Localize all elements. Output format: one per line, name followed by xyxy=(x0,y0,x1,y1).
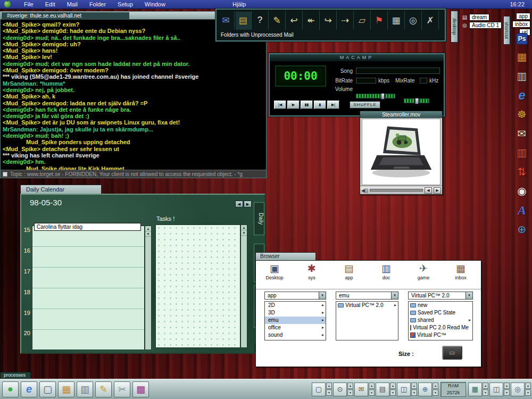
helm-icon[interactable]: ☸ xyxy=(514,107,529,121)
tasks-scrollbar[interactable]: ▲ ▼ xyxy=(240,225,247,348)
play-button[interactable]: ▶ xyxy=(287,101,300,109)
calendar-view-tab[interactable]: Daily xyxy=(254,202,264,235)
schedule-entry[interactable]: Carolina flyttar idag xyxy=(34,223,141,231)
place-app[interactable]: ▤ app xyxy=(330,262,368,280)
trash-icon[interactable]: ✗ xyxy=(422,11,439,30)
audio-cd-shade[interactable]: ◎ Audio CD 1 xyxy=(462,22,502,29)
chevron-down-icon[interactable]: ▼ xyxy=(391,292,398,299)
browser-window-tab[interactable]: Browser xyxy=(255,252,316,260)
stamp-icon[interactable]: ✎ xyxy=(95,381,112,397)
apple-menu-icon[interactable] xyxy=(4,1,11,7)
scroll-down-icon[interactable]: ▼ xyxy=(145,231,151,237)
spinner-arrows[interactable]: ▲▼ xyxy=(504,383,510,396)
place-sys[interactable]: ✱ sys xyxy=(293,262,330,280)
menu-item[interactable]: Setup xyxy=(112,0,139,9)
tools-icon[interactable]: ✂ xyxy=(114,381,130,397)
dream-window-shade[interactable]: ▤ dream xyxy=(462,14,489,21)
eye-icon[interactable]: ◉ xyxy=(514,184,529,198)
pause-button[interactable]: ▮▮ xyxy=(301,101,313,109)
spinner-arrows[interactable]: ▲▼ xyxy=(483,383,488,396)
balance-knob[interactable] xyxy=(415,98,419,104)
spinner-arrows[interactable]: ▲▼ xyxy=(390,383,396,396)
prev-button[interactable]: |◀ xyxy=(274,101,286,109)
place-inbox[interactable]: ▦ inbox xyxy=(442,262,479,280)
print-icon[interactable]: ▦ xyxy=(388,11,405,30)
shortcut-label[interactable]: inbox xyxy=(512,21,530,28)
column-dropdown-emu[interactable]: emu ▼ xyxy=(336,292,398,300)
volume-slider[interactable] xyxy=(356,94,395,98)
reply-icon[interactable]: ↩ xyxy=(286,11,303,30)
shuffle-button[interactable]: SHUFFLE xyxy=(350,101,380,109)
clock-tile[interactable]: ⊙ xyxy=(333,383,347,396)
menu-item[interactable]: Edit xyxy=(39,0,61,9)
menu-item-help[interactable]: Hjälp xyxy=(227,1,252,7)
tasks-panel[interactable] xyxy=(155,225,240,348)
spinner-arrows[interactable]: ▲▼ xyxy=(347,383,353,396)
schedule-scrollbar[interactable]: ▲ ▼ xyxy=(145,226,152,350)
volume-knob[interactable] xyxy=(381,93,385,99)
place-doc[interactable]: ▥ doc xyxy=(368,262,405,280)
movie-progress-track[interactable] xyxy=(370,189,423,192)
schedule-panel[interactable] xyxy=(32,226,145,350)
stop-button[interactable]: ▮ xyxy=(314,101,326,109)
size-button[interactable]: ▭ xyxy=(442,346,462,360)
speaker-icon[interactable]: ◀)) xyxy=(361,188,368,193)
list-item[interactable]: office ▸ xyxy=(265,324,326,331)
calendar-window-tab[interactable]: Daily Calendar xyxy=(20,185,102,194)
desktop-tab[interactable]: desktop xyxy=(451,11,458,43)
menu-item[interactable]: Mail xyxy=(61,0,84,9)
unprocessed-folders-icon[interactable]: ▤ xyxy=(235,11,252,30)
apple-menu-icon[interactable]: ● xyxy=(2,381,19,397)
floppy-tile[interactable]: ◫ xyxy=(489,383,503,396)
check-mail-icon[interactable]: ✉ xyxy=(218,11,235,30)
list-item[interactable]: 2D ▸ xyxy=(265,302,326,309)
file-message-icon[interactable]: ▱ xyxy=(354,11,371,30)
spinner-arrows[interactable]: ▲▼ xyxy=(433,383,438,396)
list-item[interactable]: emu ▸ xyxy=(265,317,326,324)
list-item[interactable]: Virtual PC™ 2.0 ▸ xyxy=(336,302,398,309)
package-icon[interactable]: ▦ xyxy=(514,50,529,64)
redirect-icon[interactable]: ⇢ xyxy=(337,11,354,30)
list-item[interactable]: shared ▸ xyxy=(409,317,472,324)
shortcut-label[interactable]: app xyxy=(516,13,530,20)
list-item[interactable]: Saved PC State xyxy=(409,309,472,317)
reply-all-icon[interactable]: ↞ xyxy=(303,11,320,30)
list-item[interactable]: Virtual PC 2.0 Read Me xyxy=(409,324,472,331)
package-icon[interactable]: ▦ xyxy=(58,381,74,397)
compose-icon[interactable]: ✎ xyxy=(269,11,286,30)
list-item[interactable]: new xyxy=(409,302,472,309)
flag-icon[interactable]: ⚑ xyxy=(371,11,388,30)
window-icon[interactable]: ▢ xyxy=(39,381,56,397)
cd-tile[interactable]: ◎ xyxy=(511,383,525,396)
internet-explorer-icon[interactable]: e xyxy=(21,381,37,397)
help-cursor-icon[interactable]: ? xyxy=(252,11,269,30)
next-day-button[interactable]: ▶ xyxy=(244,201,252,207)
grid-tile[interactable]: ▦ xyxy=(468,383,482,396)
step-back-button[interactable]: ◀ xyxy=(425,187,432,194)
place-game[interactable]: ✈ game xyxy=(405,262,442,280)
printer-tile[interactable]: ▤ xyxy=(376,383,389,396)
processes-tab[interactable]: processes xyxy=(0,372,31,379)
mail-stack-icon[interactable]: ✉ xyxy=(514,127,529,140)
up-down-arrows-icon[interactable]: ⇅ xyxy=(514,165,529,179)
cabinet-icon[interactable]: ▥ xyxy=(514,146,529,160)
scroll-up-icon[interactable]: ▲ xyxy=(241,225,247,230)
movie-titlebar[interactable]: Steamroller.mov xyxy=(360,111,442,118)
chevron-down-icon[interactable]: ▼ xyxy=(319,292,326,299)
internet-explorer-icon[interactable]: e xyxy=(514,88,529,102)
menu-item[interactable]: File xyxy=(18,0,39,9)
letter-a-icon[interactable]: A xyxy=(514,203,529,217)
mail-tile[interactable]: ✉ xyxy=(354,383,368,396)
photoshop-icon[interactable]: Ps xyxy=(516,33,528,45)
macamp-titlebar[interactable]: MACAMP xyxy=(270,54,444,61)
step-forward-button[interactable]: ▶ xyxy=(434,187,441,194)
spinner-arrows[interactable]: ▲▼ xyxy=(369,383,375,396)
irc-chat-area[interactable]: <Mud_Spike> qmail? exim?<Mud_Spike> demi… xyxy=(1,20,266,170)
list-item[interactable]: sound ▸ xyxy=(265,331,326,339)
disc-icon[interactable]: ◎ xyxy=(405,11,422,30)
balance-slider[interactable] xyxy=(404,98,429,103)
spinner-arrows[interactable]: ▲▼ xyxy=(326,383,332,396)
globe-icon[interactable]: ⊕ xyxy=(514,222,529,236)
list-item[interactable]: Virtual PC™ xyxy=(409,331,472,339)
window-tile[interactable]: ▢ xyxy=(312,383,326,396)
